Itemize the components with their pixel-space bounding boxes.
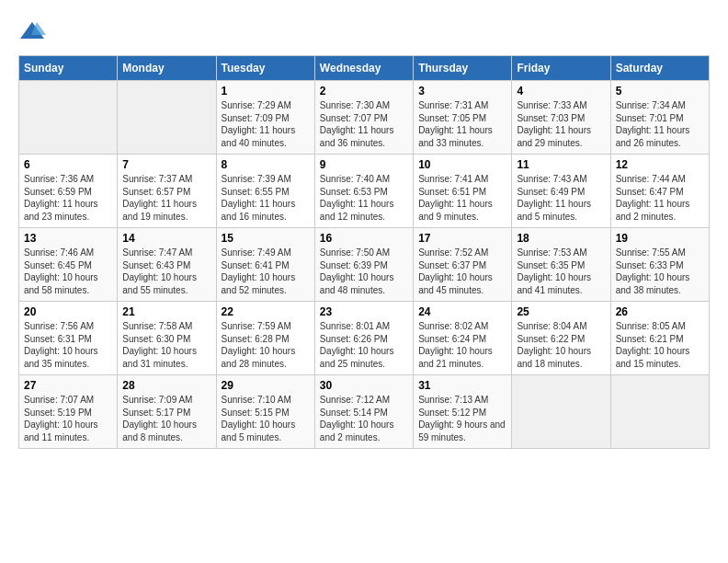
day-number: 31	[418, 379, 506, 392]
calendar-cell: 22Sunrise: 7:59 AM Sunset: 6:28 PM Dayli…	[216, 302, 314, 375]
calendar-cell: 12Sunrise: 7:44 AM Sunset: 6:47 PM Dayli…	[610, 155, 709, 228]
day-info: Sunrise: 7:07 AM Sunset: 5:19 PM Dayligh…	[24, 394, 112, 443]
calendar-body: 1Sunrise: 7:29 AM Sunset: 7:09 PM Daylig…	[19, 81, 710, 449]
day-info: Sunrise: 8:01 AM Sunset: 6:26 PM Dayligh…	[320, 320, 408, 370]
calendar-cell: 1Sunrise: 7:29 AM Sunset: 7:09 PM Daylig…	[216, 81, 314, 155]
calendar-cell: 28Sunrise: 7:09 AM Sunset: 5:17 PM Dayli…	[118, 375, 216, 449]
day-number: 16	[320, 232, 408, 245]
day-info: Sunrise: 7:47 AM Sunset: 6:43 PM Dayligh…	[122, 247, 210, 296]
day-info: Sunrise: 7:39 AM Sunset: 6:55 PM Dayligh…	[222, 173, 310, 223]
calendar-cell: 24Sunrise: 8:02 AM Sunset: 6:24 PM Dayli…	[414, 302, 512, 375]
day-info: Sunrise: 8:04 AM Sunset: 6:22 PM Dayligh…	[517, 320, 605, 370]
day-number: 19	[616, 232, 704, 245]
calendar-cell: 8Sunrise: 7:39 AM Sunset: 6:55 PM Daylig…	[216, 155, 314, 228]
day-info: Sunrise: 8:02 AM Sunset: 6:24 PM Dayligh…	[418, 320, 506, 370]
day-number: 10	[418, 158, 506, 171]
day-number: 5	[616, 85, 704, 98]
calendar-cell: 11Sunrise: 7:43 AM Sunset: 6:49 PM Dayli…	[512, 155, 610, 228]
logo-icon	[18, 18, 46, 46]
day-info: Sunrise: 7:10 AM Sunset: 5:15 PM Dayligh…	[222, 394, 310, 443]
calendar-header-row: SundayMondayTuesdayWednesdayThursdayFrid…	[19, 56, 710, 81]
calendar-cell: 21Sunrise: 7:58 AM Sunset: 6:30 PM Dayli…	[118, 302, 216, 375]
day-header-sunday: Sunday	[19, 56, 118, 81]
calendar-cell: 9Sunrise: 7:40 AM Sunset: 6:53 PM Daylig…	[314, 155, 413, 228]
day-number: 24	[418, 305, 506, 318]
calendar-cell: 20Sunrise: 7:56 AM Sunset: 6:31 PM Dayli…	[19, 302, 118, 375]
calendar-week-5: 27Sunrise: 7:07 AM Sunset: 5:19 PM Dayli…	[19, 375, 710, 449]
calendar-cell: 30Sunrise: 7:12 AM Sunset: 5:14 PM Dayli…	[314, 375, 413, 449]
day-info: Sunrise: 7:34 AM Sunset: 7:01 PM Dayligh…	[616, 99, 704, 149]
calendar-week-4: 20Sunrise: 7:56 AM Sunset: 6:31 PM Dayli…	[19, 302, 710, 375]
calendar-cell: 17Sunrise: 7:52 AM Sunset: 6:37 PM Dayli…	[414, 228, 512, 302]
day-number: 1	[222, 85, 310, 98]
calendar-table: SundayMondayTuesdayWednesdayThursdayFrid…	[18, 55, 710, 449]
day-info: Sunrise: 8:05 AM Sunset: 6:21 PM Dayligh…	[616, 320, 704, 370]
calendar-week-3: 13Sunrise: 7:46 AM Sunset: 6:45 PM Dayli…	[19, 228, 710, 302]
day-number: 2	[320, 85, 408, 98]
day-number: 13	[24, 232, 112, 245]
calendar-cell: 10Sunrise: 7:41 AM Sunset: 6:51 PM Dayli…	[414, 155, 512, 228]
day-number: 12	[616, 158, 704, 171]
day-number: 6	[24, 158, 112, 171]
calendar-cell: 25Sunrise: 8:04 AM Sunset: 6:22 PM Dayli…	[512, 302, 610, 375]
day-number: 17	[418, 232, 506, 245]
day-number: 23	[320, 305, 408, 318]
day-number: 22	[222, 305, 310, 318]
day-number: 20	[24, 305, 112, 318]
calendar-cell: 18Sunrise: 7:53 AM Sunset: 6:35 PM Dayli…	[512, 228, 610, 302]
calendar-cell: 31Sunrise: 7:13 AM Sunset: 5:12 PM Dayli…	[414, 375, 512, 449]
day-header-monday: Monday	[118, 56, 216, 81]
calendar-cell: 29Sunrise: 7:10 AM Sunset: 5:15 PM Dayli…	[216, 375, 314, 449]
day-info: Sunrise: 7:09 AM Sunset: 5:17 PM Dayligh…	[122, 394, 210, 443]
calendar-cell: 16Sunrise: 7:50 AM Sunset: 6:39 PM Dayli…	[314, 228, 413, 302]
calendar-cell	[512, 375, 610, 449]
day-info: Sunrise: 7:46 AM Sunset: 6:45 PM Dayligh…	[24, 247, 112, 296]
calendar-cell: 3Sunrise: 7:31 AM Sunset: 7:05 PM Daylig…	[414, 81, 512, 155]
calendar-cell: 4Sunrise: 7:33 AM Sunset: 7:03 PM Daylig…	[512, 81, 610, 155]
day-number: 9	[320, 158, 408, 171]
day-info: Sunrise: 7:43 AM Sunset: 6:49 PM Dayligh…	[517, 173, 605, 223]
day-info: Sunrise: 7:50 AM Sunset: 6:39 PM Dayligh…	[320, 247, 408, 296]
calendar-cell	[19, 81, 118, 155]
day-info: Sunrise: 7:41 AM Sunset: 6:51 PM Dayligh…	[418, 173, 506, 223]
calendar-cell: 19Sunrise: 7:55 AM Sunset: 6:33 PM Dayli…	[610, 228, 709, 302]
day-header-tuesday: Tuesday	[216, 56, 314, 81]
day-number: 26	[616, 305, 704, 318]
day-number: 8	[222, 158, 310, 171]
day-info: Sunrise: 7:30 AM Sunset: 7:07 PM Dayligh…	[320, 99, 408, 149]
day-info: Sunrise: 7:56 AM Sunset: 6:31 PM Dayligh…	[24, 320, 112, 370]
day-number: 11	[517, 158, 605, 171]
day-number: 25	[517, 305, 605, 318]
day-header-thursday: Thursday	[414, 56, 512, 81]
day-number: 14	[122, 232, 210, 245]
calendar-cell: 2Sunrise: 7:30 AM Sunset: 7:07 PM Daylig…	[314, 81, 413, 155]
day-info: Sunrise: 7:52 AM Sunset: 6:37 PM Dayligh…	[418, 247, 506, 296]
day-number: 15	[222, 232, 310, 245]
day-number: 21	[122, 305, 210, 318]
day-number: 3	[418, 85, 506, 98]
day-info: Sunrise: 7:36 AM Sunset: 6:59 PM Dayligh…	[24, 173, 112, 223]
day-info: Sunrise: 7:29 AM Sunset: 7:09 PM Dayligh…	[222, 99, 310, 149]
page-header	[18, 18, 710, 46]
day-header-friday: Friday	[512, 56, 610, 81]
calendar-cell: 27Sunrise: 7:07 AM Sunset: 5:19 PM Dayli…	[19, 375, 118, 449]
day-info: Sunrise: 7:40 AM Sunset: 6:53 PM Dayligh…	[320, 173, 408, 223]
day-number: 4	[517, 85, 605, 98]
calendar-cell: 7Sunrise: 7:37 AM Sunset: 6:57 PM Daylig…	[118, 155, 216, 228]
calendar-cell: 6Sunrise: 7:36 AM Sunset: 6:59 PM Daylig…	[19, 155, 118, 228]
day-number: 30	[320, 379, 408, 392]
logo	[18, 18, 50, 46]
day-info: Sunrise: 7:59 AM Sunset: 6:28 PM Dayligh…	[222, 320, 310, 370]
calendar-cell	[610, 375, 709, 449]
calendar-cell: 23Sunrise: 8:01 AM Sunset: 6:26 PM Dayli…	[314, 302, 413, 375]
day-info: Sunrise: 7:37 AM Sunset: 6:57 PM Dayligh…	[122, 173, 210, 223]
day-info: Sunrise: 7:55 AM Sunset: 6:33 PM Dayligh…	[616, 247, 704, 296]
day-header-wednesday: Wednesday	[314, 56, 413, 81]
calendar-cell: 15Sunrise: 7:49 AM Sunset: 6:41 PM Dayli…	[216, 228, 314, 302]
calendar-cell: 26Sunrise: 8:05 AM Sunset: 6:21 PM Dayli…	[610, 302, 709, 375]
day-info: Sunrise: 7:12 AM Sunset: 5:14 PM Dayligh…	[320, 394, 408, 443]
day-info: Sunrise: 7:33 AM Sunset: 7:03 PM Dayligh…	[517, 99, 605, 149]
day-number: 27	[24, 379, 112, 392]
day-header-saturday: Saturday	[610, 56, 709, 81]
day-info: Sunrise: 7:44 AM Sunset: 6:47 PM Dayligh…	[616, 173, 704, 223]
